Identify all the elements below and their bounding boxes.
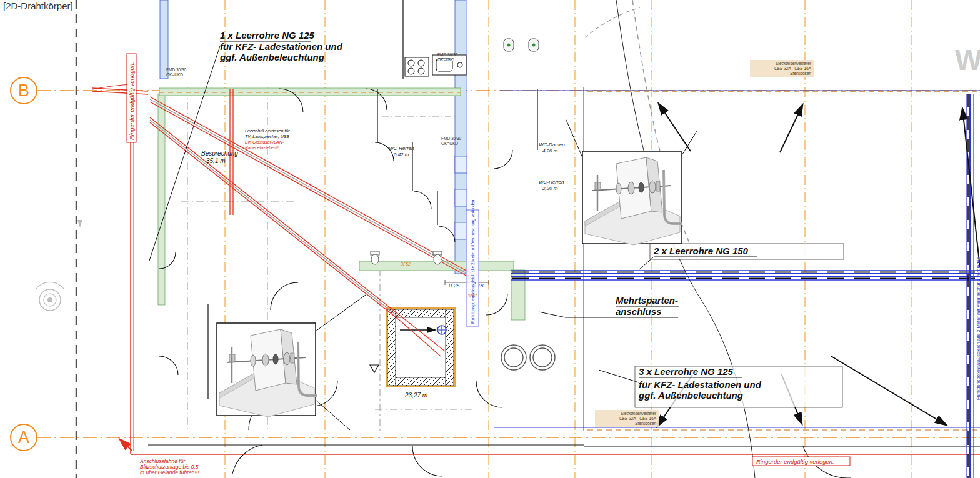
svg-text:3F52: 3F52	[468, 294, 478, 298]
svg-text:ggf. Außenbeleuchtung: ggf. Außenbeleuchtung	[219, 52, 324, 62]
grid-marker-a: A	[11, 424, 37, 451]
room-area-wc-center: 0,42 m	[394, 152, 409, 157]
svg-text:anschluss: anschluss	[616, 306, 661, 317]
svg-text:Steckdosenverteiler: Steckdosenverteiler	[621, 411, 657, 416]
earthing-detail-inset-top	[582, 151, 682, 245]
svg-text:1 x Leerrohre NG 125: 1 x Leerrohre NG 125	[220, 30, 315, 41]
svg-text:Mehrtsparten-: Mehrtsparten-	[616, 295, 678, 306]
room-area-wc-right-bottom: 2,20 m	[542, 186, 558, 191]
grid-label-a: A	[18, 428, 29, 447]
svg-text:Kabel einziehen!!: Kabel einziehen!!	[245, 146, 279, 150]
grid-label-b: B	[18, 81, 29, 100]
svg-text:für KFZ- Ladestationen und: für KFZ- Ladestationen und	[220, 41, 343, 52]
urinal-fixtures	[504, 39, 539, 51]
watermark-letter: W	[955, 44, 980, 76]
svg-text:OK=UKD: OK=UKD	[166, 72, 183, 77]
svg-text:CEE 32A - CEE 16A: CEE 32A - CEE 16A	[619, 416, 656, 421]
svg-text:m über Gelände führen!!!: m über Gelände führen!!!	[140, 469, 199, 476]
annotation-leerrohr-3: 3 x Leerrohre NG 125 für KFZ- Ladestatio…	[599, 366, 842, 407]
grid-marker-b: B	[11, 77, 37, 104]
toilet-icon	[371, 251, 379, 264]
svg-text:3F52: 3F52	[401, 262, 411, 266]
room-name-wc-right-top: WC-Damen	[539, 142, 565, 147]
leerrohr-ng150-band	[511, 271, 980, 280]
svg-text:OK=UKD: OK=UKD	[441, 141, 458, 146]
svg-text:OK=UKD: OK=UKD	[438, 57, 454, 62]
svg-text:FMD 30/30: FMD 30/30	[166, 67, 187, 72]
annotation-blitzschutz: Anschlussfahne für Blitzschutzanlage bis…	[139, 458, 199, 476]
svg-text:TV, Lautsprecher, USB: TV, Lautsprecher, USB	[245, 134, 289, 139]
room-area-wc-right-top: 4,20 m	[542, 148, 558, 154]
column-distribution-label-top: Steckdosenverteiler CEE 32A - CEE 16A St…	[750, 60, 814, 77]
svg-text:Steckdosenverteiler: Steckdosenverteiler	[776, 61, 812, 66]
column-distribution-label-bottom: Steckdosenverteiler CEE 32A - CEE 16A St…	[595, 410, 659, 427]
view-mode-label: [2D-Drahtkörper]	[3, 1, 73, 11]
kitchen-fixtures	[405, 55, 466, 76]
earthing-detail-inset-bottom	[217, 323, 317, 417]
annotation-potentialausgleich-right: Funktionspotentialausgleich alle 2 Meter…	[976, 257, 980, 400]
toilet-icon	[433, 251, 442, 264]
svg-text:FMD 30/30: FMD 30/30	[441, 136, 462, 141]
annotation-potentialausgleich-mid: Funktionspotentialausgleich alle 2 Meter…	[466, 199, 479, 326]
svg-text:Ein Glasfaser-/LAN-: Ein Glasfaser-/LAN-	[245, 140, 284, 144]
svg-text:für KFZ- Ladestationen und: für KFZ- Ladestationen und	[639, 379, 762, 390]
annotation-leerrohr-2: 2 x Leerrohre NG 150	[639, 244, 844, 270]
svg-text:Ringerder endgültig verlegen.: Ringerder endgültig verlegen.	[128, 62, 135, 140]
svg-text:Steckdosen: Steckdosen	[790, 71, 811, 76]
stair-direction-arrow	[370, 365, 379, 372]
svg-text:FMD 30/30: FMD 30/30	[438, 52, 458, 57]
svg-text:2 x Leerrohre NG 150: 2 x Leerrohre NG 150	[653, 246, 749, 256]
annotation-ringerder-bottom: Ringerder endgültig verlegen.	[752, 457, 850, 466]
svg-text:Leerrohr/Leerdosen für: Leerrohr/Leerdosen für	[245, 129, 290, 133]
svg-text:ggf. Außenbeleuchtung: ggf. Außenbeleuchtung	[638, 390, 743, 401]
svg-text:Funktionspotentialausgleich al: Funktionspotentialausgleich alle 2 Meter…	[976, 257, 980, 400]
room-name-besprechung: Besprechung	[201, 150, 238, 157]
room-area-besprechung: 35,1 m	[206, 157, 226, 164]
room-name-wc-center: WC-Herren	[389, 146, 414, 151]
cad-viewport: B A	[0, 0, 980, 478]
elevator-target-icon	[438, 326, 446, 334]
svg-text:Steckdosen: Steckdosen	[635, 421, 656, 426]
room-area-bottom: 23,27 m	[404, 392, 428, 399]
svg-text:3 x Leerrohre NG 125: 3 x Leerrohre NG 125	[639, 366, 734, 377]
svg-text:CEE 32A - CEE 16A: CEE 32A - CEE 16A	[774, 66, 811, 71]
floor-plan-canvas[interactable]: B A	[0, 0, 980, 478]
annotation-ringerder-left: Ringerder endgültig verlegen.	[127, 54, 136, 142]
dim-025: 0.25	[449, 282, 461, 289]
svg-text:Funktionspotentialausgleich al: Funktionspotentialausgleich alle 2 Meter…	[471, 199, 476, 324]
floor-drain-circles	[501, 345, 555, 370]
annotation-mehrsparten: Mehrtsparten- anschluss	[539, 295, 679, 317]
svg-text:Ringerder endgültig verlegen.: Ringerder endgültig verlegen.	[756, 458, 834, 465]
room-name-wc-right-bottom: WC-Herren	[539, 179, 564, 185]
elevator-shaft	[386, 308, 455, 387]
